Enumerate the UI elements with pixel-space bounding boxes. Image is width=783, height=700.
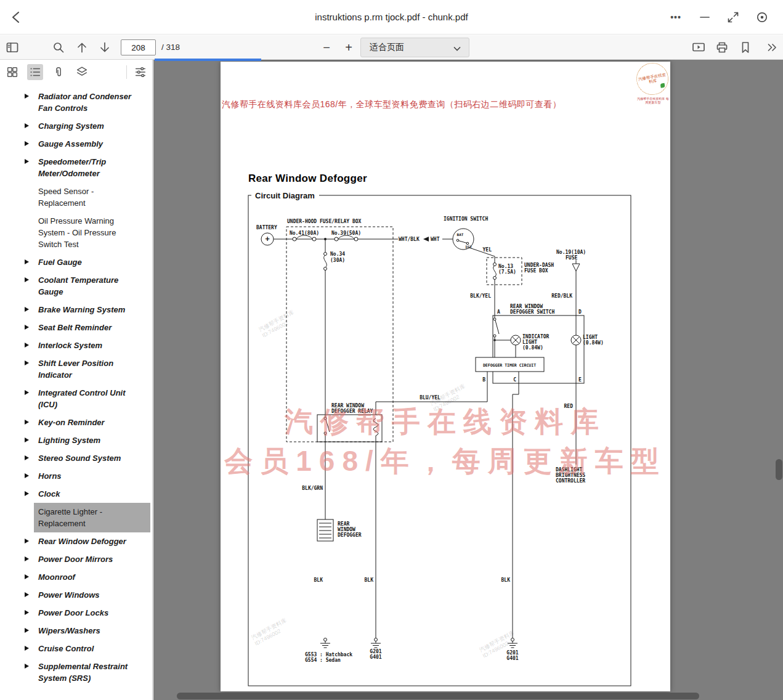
toc-item[interactable]: Rear Window Defogger [0, 532, 152, 550]
toc-item[interactable]: Power Door Locks [0, 604, 152, 622]
battery-symbol: + BATTERY [256, 225, 277, 245]
expand-arrow-icon [25, 390, 29, 395]
ground-left: G553 : Hatchback G554 : Sedan [305, 638, 352, 664]
toc-item[interactable]: Power Door Mirrors [0, 550, 152, 568]
label-fuse39: No.39(50A) [331, 230, 361, 236]
toc-item[interactable]: Lighting System [0, 431, 152, 449]
minimize-icon [697, 10, 712, 25]
outline-view-button[interactable] [27, 64, 43, 80]
label-g201-right: G201 [506, 650, 518, 656]
label-timer: DEFOGGER TIMER CIRCUIT [483, 363, 536, 368]
label-g554: G554 : Sedan [305, 657, 341, 663]
toc-item[interactable]: Speedometer/Trip Meter/Odometer [0, 153, 152, 182]
toc-item-label: Seat Belt Reminder [38, 323, 112, 332]
attachments-button[interactable] [51, 64, 67, 80]
bookmark-button[interactable] [736, 38, 755, 57]
double-chevron-icon [765, 40, 780, 55]
label-relay-2: DEFOGGER RELAY [331, 409, 373, 414]
label-fuse41: No.41(80A) [290, 230, 319, 236]
pdf-viewer-window: instruktions p.rm tjock.pdf - chunk.pdf … [0, 0, 783, 700]
expand-arrow-icon [25, 610, 29, 615]
toc-item[interactable]: Wipers/Washers [0, 622, 152, 640]
minimize-button[interactable] [695, 7, 715, 27]
label-ignition-switch: IGNITION SWITCH [444, 216, 488, 222]
layers-icon [75, 65, 89, 79]
toc-item[interactable]: Power Windows [0, 586, 152, 604]
toc-item[interactable]: Radiator and Condenser Fan Controls [0, 88, 152, 117]
zoom-in-button[interactable]: + [339, 38, 359, 57]
toc-item-label: Lighting System [38, 436, 100, 445]
paperclip-icon [52, 65, 65, 79]
toc-item[interactable]: Key-on Reminder [0, 413, 152, 431]
label-yel: YEL [483, 247, 492, 253]
toc-item-label: Wipers/Washers [38, 626, 100, 635]
toc-item-label: Moonroof [38, 572, 75, 582]
toc-item-label: Supplemental Restraint System (SRS) [38, 662, 128, 683]
toc-item[interactable]: Horns [0, 467, 152, 485]
horizontal-scrollbar-thumb[interactable] [177, 693, 699, 699]
zoom-out-button[interactable]: − [317, 38, 336, 57]
switch-ground-wire: BLK [501, 372, 519, 638]
thumbnails-view-button[interactable] [4, 64, 20, 80]
toc-item[interactable]: Coolant Temperature Gauge [0, 271, 152, 301]
label-bat: BAT [457, 232, 464, 237]
toc-item[interactable]: Integrated Control Unit (ICU) [0, 384, 152, 413]
print-button[interactable] [712, 38, 732, 57]
label-dashlight-3: CONTROLLER [556, 478, 585, 484]
toc-item-label: Power Door Locks [38, 608, 108, 617]
toc-item[interactable]: Fuel Gauge [0, 253, 152, 271]
toc-item[interactable]: Shift Lever Position Indicator [0, 354, 152, 384]
label-light-1: LIGHT [583, 335, 598, 340]
outline-options-button[interactable] [132, 64, 148, 80]
ellipsis-icon: ••• [670, 12, 681, 22]
toc-item[interactable]: Oil Pressure Warning System - Oil Pressu… [0, 212, 152, 253]
more-tools-button[interactable] [763, 38, 782, 57]
zoom-mode-select[interactable]: 适合页面 [360, 38, 469, 57]
toc-item[interactable]: Cruise Control [0, 640, 152, 657]
label-circuit-diagram: Circuit Diagram [255, 191, 315, 200]
table-of-contents: Radiator and Condenser Fan Controls Char… [0, 84, 152, 687]
label-fuse34-no: No.34 [330, 251, 345, 257]
chevron-down-icon [453, 46, 461, 52]
toc-item[interactable]: Clock [0, 485, 152, 503]
arrow-up-icon [75, 40, 89, 55]
label-g553: G553 : Hatchback [305, 652, 352, 657]
toc-item[interactable]: Cigarette Lighter - Replacement [34, 503, 150, 532]
next-page-button[interactable] [95, 38, 115, 57]
toc-item[interactable]: Stereo Sound System [0, 449, 152, 467]
toc-item[interactable]: Speed Sensor - Replacement [0, 182, 152, 212]
expand-window-button[interactable] [723, 7, 743, 27]
layers-button[interactable] [74, 64, 90, 80]
expand-arrow-icon [25, 259, 29, 264]
sidebar-toggle-icon [5, 40, 20, 55]
toc-item[interactable]: Moonroof [0, 568, 152, 586]
toc-item[interactable]: Interlock System [0, 336, 152, 354]
expand-arrow-icon [25, 307, 29, 312]
toc-item-label: Clock [38, 489, 60, 499]
label-blk-yel: BLK/YEL [470, 293, 491, 299]
toc-item[interactable]: Brake Warning System [0, 301, 152, 319]
toc-item[interactable]: Seat Belt Reminder [0, 319, 152, 336]
label-g401-right: G401 [506, 656, 518, 661]
toc-item[interactable]: Charging System [0, 117, 152, 135]
vertical-scrollbar-thumb[interactable] [776, 459, 782, 480]
label-fuse19-word: FUSE [566, 255, 577, 261]
label-blu-yel: BLU/YEL [420, 395, 440, 401]
label-blk-mid: BLK [365, 577, 374, 583]
more-options-button[interactable]: ••• [666, 7, 686, 27]
sidebar-toggle-button[interactable] [2, 38, 22, 57]
target-button[interactable] [752, 7, 772, 27]
search-button[interactable] [49, 38, 68, 57]
toc-item-label: Stereo Sound System [38, 454, 121, 463]
page-number-input[interactable] [121, 39, 156, 55]
svg-text:+: + [265, 235, 269, 243]
label-blk-grn: BLK/GRN [302, 486, 323, 491]
toc-item[interactable]: Gauge Assembly [0, 135, 152, 153]
label-red-blk: RED/BLK [551, 293, 572, 299]
previous-page-button[interactable] [72, 38, 92, 57]
sidebar-toolbar [0, 60, 152, 84]
presentation-mode-button[interactable] [689, 38, 708, 57]
toc-item-label: Charging System [38, 121, 104, 131]
toc-item[interactable]: Supplemental Restraint System (SRS) [0, 657, 152, 687]
label-wht: WHT [431, 237, 440, 242]
